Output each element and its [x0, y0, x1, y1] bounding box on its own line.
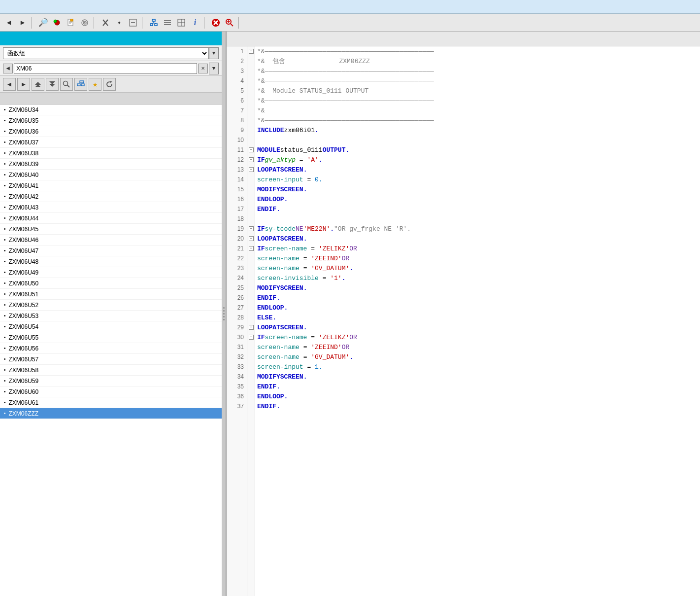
- stop-button[interactable]: [210, 17, 222, 29]
- list-item[interactable]: •ZXM06U42: [0, 191, 222, 202]
- collapse-icon[interactable]: −: [249, 226, 254, 231]
- grid-button[interactable]: [175, 17, 187, 29]
- table-row[interactable]: ELSE.: [255, 313, 700, 322]
- collapse-cell[interactable]: −: [247, 244, 255, 253]
- list-item[interactable]: •ZXM06U47: [0, 245, 222, 256]
- table-row[interactable]: screen-name = 'GV_DATUM' .: [255, 352, 700, 362]
- table-row[interactable]: *& Module STATUS_0111 OUTPUT: [255, 86, 700, 96]
- list-item[interactable]: •ZXM06U59: [0, 376, 222, 386]
- list-item[interactable]: •ZXM06U51: [0, 289, 222, 300]
- collapse-cell[interactable]: −: [247, 322, 255, 332]
- zoom-button[interactable]: [224, 17, 235, 29]
- table-row[interactable]: ENDIF.: [255, 293, 700, 303]
- table-row[interactable]: *&——————————————————————————————————————…: [255, 66, 700, 76]
- table-row[interactable]: ENDIF.: [255, 382, 700, 391]
- search-button[interactable]: 🔎: [37, 17, 49, 29]
- info-button[interactable]: i: [189, 17, 201, 29]
- collapse-icon[interactable]: −: [249, 147, 254, 152]
- panel-resizer[interactable]: [222, 32, 226, 596]
- table-row[interactable]: MODIFY SCREEN.: [255, 283, 700, 293]
- search-close-btn[interactable]: ✕: [198, 64, 208, 73]
- nav-prev-btn[interactable]: ◀: [3, 78, 16, 91]
- collapse-icon[interactable]: −: [249, 49, 254, 54]
- forward-button[interactable]: ▶: [17, 17, 29, 29]
- collapse-icon[interactable]: −: [249, 157, 254, 162]
- list-item[interactable]: •ZXM06U49: [0, 267, 222, 278]
- network2-button[interactable]: [162, 17, 173, 29]
- table-row[interactable]: IF sy-tcode NE 'ME22N' . "OR gv_frgke NE…: [255, 224, 700, 234]
- collapse-cell[interactable]: −: [247, 145, 255, 155]
- list-item[interactable]: •ZXM06U57: [0, 354, 222, 365]
- list-item[interactable]: •ZXM06U53: [0, 311, 222, 321]
- list-item[interactable]: •ZXM06U35: [0, 115, 222, 126]
- table-row[interactable]: LOOP AT SCREEN.: [255, 165, 700, 175]
- list-item[interactable]: •ZXM06U36: [0, 126, 222, 137]
- table-row[interactable]: INCLUDE zxm06i01.: [255, 125, 700, 135]
- list-item[interactable]: •ZXM06U37: [0, 137, 222, 148]
- table-row[interactable]: IF gv_aktyp = 'A'.: [255, 155, 700, 165]
- list-item[interactable]: •ZXM06U50: [0, 278, 222, 289]
- table-row[interactable]: *&: [255, 105, 700, 115]
- collapse-icon[interactable]: −: [249, 167, 254, 172]
- table-row[interactable]: ENDLOOP.: [255, 194, 700, 204]
- menu-text-elements[interactable]: [268, 22, 278, 24]
- menu-mode[interactable]: [244, 22, 254, 24]
- dropdown-expand-btn[interactable]: ▼: [209, 47, 219, 59]
- table-row[interactable]: screen-input = 0.: [255, 175, 700, 184]
- list-item[interactable]: •ZXM06U58: [0, 365, 222, 376]
- list-item[interactable]: •ZXM06U56: [0, 343, 222, 354]
- table-row[interactable]: ENDIF.: [255, 401, 700, 411]
- list-item[interactable]: •ZXM06U55: [0, 332, 222, 343]
- object-list[interactable]: •ZXM06U34•ZXM06U35•ZXM06U36•ZXM06U37•ZXM…: [0, 105, 222, 596]
- search-input[interactable]: [14, 63, 197, 74]
- list-item[interactable]: •ZXM06U45: [0, 224, 222, 235]
- list-item[interactable]: •ZXM06U48: [0, 256, 222, 267]
- table-row[interactable]: MODULE status_0111 OUTPUT.: [255, 145, 700, 155]
- table-row[interactable]: *&——————————————————————————————————————…: [255, 46, 700, 56]
- collapse-icon[interactable]: −: [249, 335, 254, 340]
- list-item[interactable]: •ZXM06U60: [0, 386, 222, 397]
- collapse-icon[interactable]: −: [249, 236, 254, 241]
- table-row[interactable]: *&——————————————————————————————————————…: [255, 76, 700, 86]
- table-row[interactable]: [255, 214, 700, 224]
- nav-left-btn[interactable]: ◀: [3, 64, 13, 73]
- network1-button[interactable]: [148, 17, 160, 29]
- table-row[interactable]: ENDLOOP.: [255, 303, 700, 313]
- list-item[interactable]: •ZXM06U40: [0, 170, 222, 180]
- nav-refresh-btn[interactable]: [103, 78, 116, 91]
- table-row[interactable]: screen-input = 1.: [255, 362, 700, 372]
- table-row[interactable]: screen-name = 'ZEEIND' OR: [255, 253, 700, 263]
- collapse-cell[interactable]: −: [247, 46, 255, 56]
- document-button[interactable]: [65, 17, 77, 29]
- nav-collapse-btn[interactable]: [46, 78, 59, 91]
- nav-tree-btn[interactable]: [74, 78, 87, 91]
- list-item[interactable]: •ZXM06ZZZ: [0, 408, 222, 419]
- table-row[interactable]: MODIFY SCREEN.: [255, 372, 700, 382]
- table-row[interactable]: *&——————————————————————————————————————…: [255, 96, 700, 105]
- search-expand-btn[interactable]: ▼: [209, 63, 219, 74]
- collapse-icon[interactable]: −: [249, 246, 254, 251]
- star-button[interactable]: ✦: [113, 17, 125, 29]
- table-row[interactable]: *& 包含 ZXM06ZZZ: [255, 56, 700, 66]
- list-item[interactable]: •ZXM06U52: [0, 300, 222, 311]
- nav-star-btn[interactable]: ★: [89, 78, 101, 91]
- category-dropdown[interactable]: 函数组: [3, 47, 209, 59]
- list-item[interactable]: •ZXM06U61: [0, 397, 222, 408]
- menu-beautifier[interactable]: [256, 22, 266, 24]
- list-item[interactable]: •ZXM06U54: [0, 321, 222, 332]
- collapse-cell[interactable]: −: [247, 234, 255, 244]
- list-item[interactable]: •ZXM06U38: [0, 148, 222, 159]
- list-item[interactable]: •ZXM06U43: [0, 202, 222, 213]
- code-editor[interactable]: *&——————————————————————————————————————…: [255, 46, 700, 596]
- collapse-cell[interactable]: −: [247, 165, 255, 175]
- collapse-icon[interactable]: −: [249, 325, 254, 330]
- nav-search-btn[interactable]: [60, 78, 73, 91]
- list-item[interactable]: •ZXM06U41: [0, 180, 222, 191]
- nav-next-btn[interactable]: ▶: [17, 78, 30, 91]
- table-row[interactable]: screen-invisible = '1'.: [255, 273, 700, 283]
- table-row[interactable]: *&——————————————————————————————————————…: [255, 115, 700, 125]
- table-row[interactable]: ENDLOOP.: [255, 391, 700, 401]
- dot-button[interactable]: [51, 17, 63, 29]
- table-row[interactable]: IF screen-name = 'ZELIKZ' OR: [255, 332, 700, 342]
- collapse-cell[interactable]: −: [247, 332, 255, 342]
